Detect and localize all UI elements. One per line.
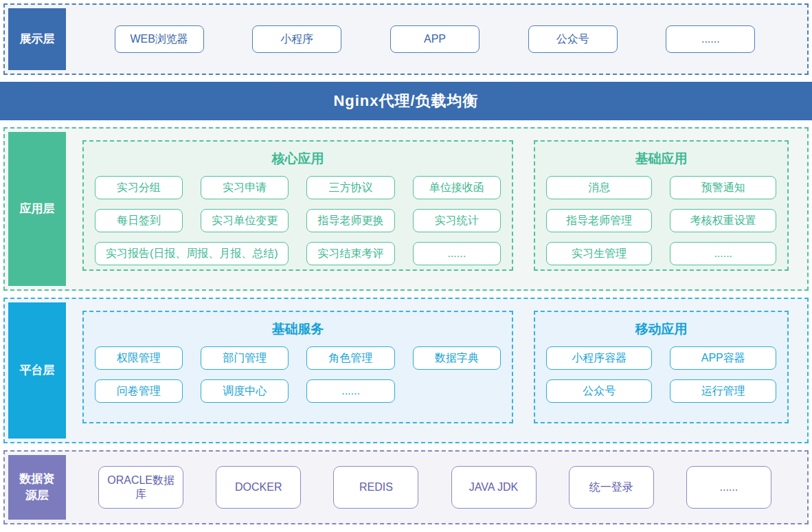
node-docker: DOCKER <box>216 466 301 509</box>
node-department-management: 部门管理 <box>201 346 289 370</box>
node-advisor-change: 指导老师更换 <box>306 209 394 232</box>
application-layer-label: 应用层 <box>8 132 66 286</box>
node-assessment-weight-settings: 考核权重设置 <box>670 209 776 232</box>
basic-services-title: 基础服务 <box>95 320 501 338</box>
platform-layer-content: 基础服务 权限管理 部门管理 角色管理 数据字典 问卷管理 调度中心 .....… <box>66 302 804 439</box>
node-data-resource-more: ...... <box>686 466 771 509</box>
node-internship-reports: 实习报告(日报、周报、月报、总结) <box>95 242 289 265</box>
application-layer: 应用层 核心应用 实习分组 实习申请 三方协议 单位接收函 每日签到 实习单位变… <box>3 127 809 291</box>
node-daily-checkin: 每日签到 <box>95 209 183 232</box>
architecture-diagram: 展示层 WEB浏览器 小程序 APP 公众号 ...... Nginx代理/负载… <box>0 0 812 524</box>
node-unit-acceptance-letter: 单位接收函 <box>413 176 501 199</box>
node-internship-application: 实习申请 <box>201 176 289 199</box>
data-resource-layer-label: 数据资源层 <box>8 455 66 520</box>
node-basic-apps-more: ...... <box>670 242 776 265</box>
presentation-layer: 展示层 WEB浏览器 小程序 APP 公众号 ...... <box>3 3 809 75</box>
node-internship-statistics: 实习统计 <box>413 209 501 232</box>
node-official-account: 公众号 <box>528 25 618 53</box>
node-internship-unit-change: 实习单位变更 <box>201 209 289 232</box>
mobile-applications-title: 移动应用 <box>546 320 776 338</box>
node-unified-login: 统一登录 <box>569 466 654 509</box>
node-app-container: APP容器 <box>670 346 776 370</box>
data-resource-layer-content: ORACLE数据库 DOCKER REDIS JAVA JDK 统一登录 ...… <box>66 455 804 520</box>
core-applications-grid: 实习分组 实习申请 三方协议 单位接收函 每日签到 实习单位变更 指导老师更换 … <box>95 176 501 265</box>
presentation-layer-content: WEB浏览器 小程序 APP 公众号 ...... <box>66 8 804 70</box>
mobile-applications-group: 移动应用 小程序容器 APP容器 公众号 运行管理 <box>534 311 789 423</box>
node-intern-management: 实习生管理 <box>546 242 653 265</box>
node-official-account-platform: 公众号 <box>546 379 653 403</box>
node-java-jdk: JAVA JDK <box>451 466 537 509</box>
node-mini-program: 小程序 <box>252 25 341 53</box>
mobile-applications-grid: 小程序容器 APP容器 公众号 运行管理 <box>546 346 776 403</box>
node-redis: REDIS <box>333 466 418 509</box>
basic-applications-group: 基础应用 消息 预警通知 指导老师管理 考核权重设置 实习生管理 ...... <box>534 140 789 271</box>
node-role-management: 角色管理 <box>306 346 394 370</box>
node-questionnaire-management: 问卷管理 <box>95 379 183 403</box>
node-operation-management: 运行管理 <box>670 379 776 403</box>
node-web-browser: WEB浏览器 <box>115 25 204 53</box>
basic-services-grid: 权限管理 部门管理 角色管理 数据字典 问卷管理 调度中心 ...... <box>95 346 501 403</box>
node-oracle-database: ORACLE数据库 <box>98 466 183 509</box>
core-applications-title: 核心应用 <box>95 150 501 168</box>
application-layer-content: 核心应用 实习分组 实习申请 三方协议 单位接收函 每日签到 实习单位变更 指导… <box>66 132 804 286</box>
node-advisor-management: 指导老师管理 <box>546 209 653 232</box>
node-presentation-more: ...... <box>666 25 755 53</box>
node-tripartite-agreement: 三方协议 <box>306 176 394 199</box>
basic-services-group: 基础服务 权限管理 部门管理 角色管理 数据字典 问卷管理 调度中心 .....… <box>82 311 513 423</box>
node-internship-grouping: 实习分组 <box>95 176 183 199</box>
platform-layer: 平台层 基础服务 权限管理 部门管理 角色管理 数据字典 问卷管理 调度中心 .… <box>3 298 809 443</box>
nginx-load-balancer-bar: Nginx代理/负载均衡 <box>0 82 812 120</box>
presentation-layer-label: 展示层 <box>8 8 66 70</box>
node-app: APP <box>390 25 480 53</box>
data-resource-layer: 数据资源层 ORACLE数据库 DOCKER REDIS JAVA JDK 统一… <box>3 450 809 524</box>
basic-applications-grid: 消息 预警通知 指导老师管理 考核权重设置 实习生管理 ...... <box>546 176 776 265</box>
platform-layer-label: 平台层 <box>8 302 66 439</box>
node-internship-final-review: 实习结束考评 <box>306 242 394 265</box>
node-data-dictionary: 数据字典 <box>413 346 501 370</box>
core-applications-group: 核心应用 实习分组 实习申请 三方协议 单位接收函 每日签到 实习单位变更 指导… <box>82 140 513 271</box>
basic-applications-title: 基础应用 <box>546 150 776 168</box>
node-basic-services-more: ...... <box>306 379 394 403</box>
node-messages: 消息 <box>546 176 653 199</box>
node-dispatch-center: 调度中心 <box>201 379 289 403</box>
node-alert-notification: 预警通知 <box>670 176 776 199</box>
node-mini-program-container: 小程序容器 <box>546 346 653 370</box>
node-core-more: ...... <box>413 242 501 265</box>
node-permission-management: 权限管理 <box>95 346 183 370</box>
